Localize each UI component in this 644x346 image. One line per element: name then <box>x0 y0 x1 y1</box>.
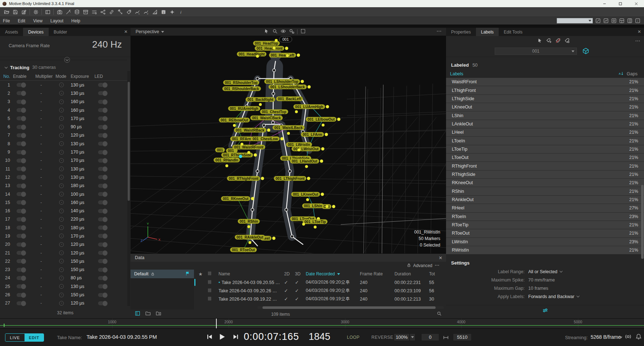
camera-row[interactable]: 18-180 µs <box>0 223 131 232</box>
led-toggle[interactable] <box>98 192 107 196</box>
streaming-value[interactable]: 5268 B/frame <box>591 334 621 340</box>
marker-label[interactable]: 001_WaistCBack <box>250 116 283 120</box>
column-header-3d[interactable]: 3D <box>295 271 306 276</box>
marker-dot-icon[interactable] <box>286 54 289 57</box>
take-row[interactable]: Take 2026-04-03 09.20.26 …✓✓04/03/2026 0… <box>194 287 446 295</box>
marker-label[interactable]: 001_WaistRBack <box>234 128 270 133</box>
enable-toggle[interactable] <box>17 234 26 238</box>
prev-frame-button[interactable] <box>206 333 213 342</box>
camera-row[interactable]: 20-120 µs <box>0 240 131 249</box>
session-flag-icon[interactable] <box>185 271 190 277</box>
label-row[interactable]: RKneeOut21% <box>446 179 644 187</box>
tab-edit-tools[interactable]: Edit Tools <box>499 28 528 36</box>
mode-icon[interactable] <box>59 141 64 146</box>
magic-wand-icon[interactable] <box>64 8 72 15</box>
marker-dot-icon[interactable] <box>247 151 250 154</box>
notifications-bell-icon[interactable] <box>635 333 642 341</box>
column-header-tot[interactable]: Tot <box>429 271 446 276</box>
enable-toggle[interactable] <box>17 91 26 95</box>
marker-label[interactable]: 001_ChestTop <box>260 110 288 114</box>
play-button[interactable] <box>218 333 226 342</box>
camera-row[interactable]: 27-120 µs <box>0 299 131 307</box>
skeleton-badge[interactable]: 001 <box>279 36 292 43</box>
enable-toggle[interactable] <box>17 192 26 196</box>
save-icon[interactable] <box>11 8 19 15</box>
label-row[interactable]: LShin21% <box>446 111 644 120</box>
archive-box-icon[interactable] <box>81 8 90 15</box>
marker-label[interactable]: 001_RFArm <box>230 137 253 141</box>
marker-label[interactable]: 001_LShoulderTop <box>264 79 304 84</box>
layout-box-icon[interactable] <box>619 18 625 23</box>
marker-label[interactable]: 001_RHandIn <box>213 158 240 163</box>
enable-toggle[interactable] <box>17 108 26 112</box>
led-toggle[interactable] <box>98 276 107 280</box>
led-toggle[interactable] <box>98 108 107 112</box>
label-remove-icon[interactable] <box>555 38 561 45</box>
labels-scrollbar[interactable] <box>641 185 644 259</box>
info-box-icon[interactable]: i <box>635 18 640 23</box>
led-toggle[interactable] <box>98 116 107 120</box>
marker-label[interactable]: 001_LToeTip <box>303 219 327 224</box>
column-header-duration[interactable]: Duration <box>394 271 429 276</box>
enable-toggle[interactable] <box>17 159 26 163</box>
marker-dot-icon[interactable] <box>305 165 308 168</box>
exposure-value[interactable]: 160 µs <box>71 99 94 104</box>
marker-dot-icon[interactable] <box>241 143 243 146</box>
mode-icon[interactable] <box>59 259 64 263</box>
marker-dot-icon[interactable] <box>322 124 325 127</box>
label-cursor-icon[interactable] <box>537 38 543 45</box>
left-panel-scrollbar[interactable] <box>127 71 130 306</box>
labels-options-icon[interactable] <box>635 38 640 45</box>
right-panel-close-icon[interactable]: ✕ <box>638 29 641 34</box>
enable-toggle[interactable] <box>17 125 26 129</box>
enable-toggle[interactable] <box>17 116 26 120</box>
tab-labels[interactable]: Labels <box>476 28 499 36</box>
label-row[interactable]: RShin21% <box>446 187 644 195</box>
loop-button[interactable]: LOOP <box>347 335 360 340</box>
camera-row[interactable]: 15-160 µs <box>0 198 131 207</box>
tracking-group-header[interactable]: Tracking 30 cameras <box>0 63 131 72</box>
camera-row[interactable]: 22-150 µs <box>0 257 131 265</box>
settings-gear-icon[interactable] <box>31 8 40 15</box>
label-assign-icon[interactable] <box>546 38 552 45</box>
open-folder-icon[interactable] <box>145 311 151 318</box>
marker-dot-icon[interactable] <box>287 132 290 135</box>
label-row[interactable]: RAnkleOut21% <box>446 196 644 204</box>
exposure-value[interactable]: 130 µs <box>71 83 94 88</box>
mode-icon[interactable] <box>59 108 64 112</box>
session-pane-toggle-icon[interactable] <box>135 311 140 318</box>
search-icon[interactable] <box>437 311 442 318</box>
mode-icon[interactable] <box>59 192 64 196</box>
marker-label[interactable]: 001_HeadRight <box>237 52 266 57</box>
camera-row[interactable]: 11-130 µs <box>0 165 131 173</box>
exposure-value[interactable]: 180 µs <box>71 183 94 188</box>
mode-icon[interactable] <box>59 167 64 171</box>
marker-label[interactable]: 001_LShin <box>302 204 324 208</box>
label-row[interactable]: RThighFront21% <box>446 162 644 170</box>
marker-set-select[interactable]: 001 <box>495 48 577 55</box>
led-toggle[interactable] <box>98 167 107 171</box>
take-name[interactable]: Take 2026-04-03 09.20.26 … <box>219 288 284 293</box>
save-as-icon[interactable] <box>19 8 28 15</box>
playback-speed-select[interactable]: 100% <box>394 333 410 341</box>
marker-dot-icon[interactable] <box>256 55 259 58</box>
setting-value[interactable]: All or Selected <box>528 269 562 274</box>
label-row[interactable]: LAnkleOut21% <box>446 120 644 128</box>
broadcast-icon[interactable] <box>625 333 632 342</box>
marker-dot-icon[interactable] <box>248 241 251 244</box>
range-end-input[interactable]: 5510 <box>453 333 472 341</box>
enable-toggle[interactable] <box>17 83 26 87</box>
enable-toggle[interactable] <box>17 200 26 204</box>
setting-value[interactable]: Forwards and Backwar <box>528 294 579 299</box>
camera-row[interactable]: 2-130 µs <box>0 89 131 97</box>
advanced-label[interactable]: Advanced <box>413 263 432 268</box>
label-row[interactable]: LHeel21% <box>446 128 644 137</box>
skeleton-cube-icon[interactable] <box>582 48 589 56</box>
enable-toggle[interactable] <box>17 150 26 154</box>
playback-speed-caret[interactable] <box>410 333 415 341</box>
led-toggle[interactable] <box>98 175 107 179</box>
marker-dot-icon[interactable] <box>295 110 298 113</box>
marker-label[interactable]: 001_HeadFront <box>255 46 288 51</box>
marker-dot-icon[interactable] <box>297 148 300 151</box>
led-toggle[interactable] <box>98 142 107 146</box>
